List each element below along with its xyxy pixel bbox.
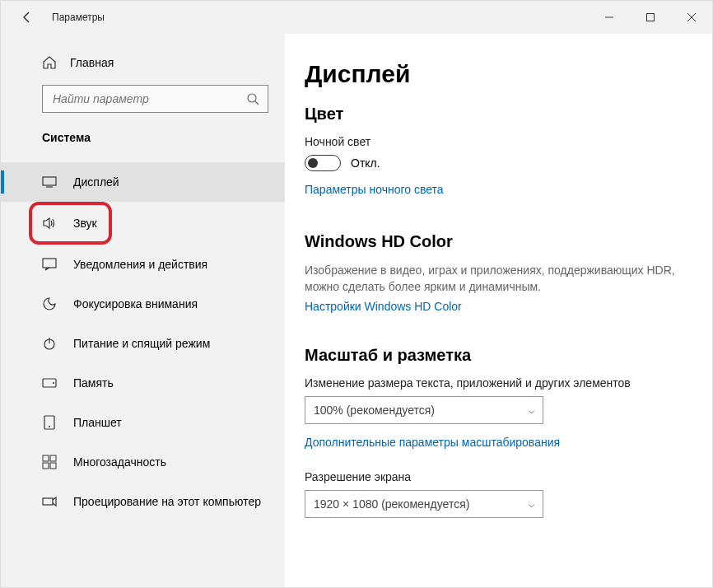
page-title: Дисплей xyxy=(305,60,687,88)
home-label: Главная xyxy=(70,56,114,69)
sidebar: Главная Система Дисплей xyxy=(1,34,285,587)
sidebar-item-label: Многозадачность xyxy=(73,455,166,469)
main-content: Дисплей Цвет Ночной свет Откл. Параметры… xyxy=(285,34,712,587)
search-input[interactable] xyxy=(51,91,246,106)
home-icon xyxy=(42,55,57,70)
scale-dropdown-value: 100% (рекомендуется) xyxy=(314,404,435,417)
close-button[interactable] xyxy=(671,1,712,34)
storage-icon xyxy=(42,376,57,390)
hdcolor-description: Изображение в видео, играх и приложениях… xyxy=(305,263,687,295)
svg-rect-16 xyxy=(50,463,56,469)
advanced-scaling-link[interactable]: Дополнительные параметры масштабирования xyxy=(305,436,560,449)
svg-line-3 xyxy=(255,101,259,105)
svg-rect-6 xyxy=(43,259,56,268)
sidebar-item-focus[interactable]: Фокусировка внимания xyxy=(1,284,285,324)
sidebar-item-label: Уведомления и действия xyxy=(73,258,207,271)
sidebar-item-storage[interactable]: Память xyxy=(1,363,285,403)
toggle-knob xyxy=(308,158,318,168)
svg-rect-4 xyxy=(43,177,56,185)
toggle-state-text: Откл. xyxy=(351,156,380,170)
sidebar-item-notifications[interactable]: Уведомления и действия xyxy=(1,245,285,284)
sidebar-item-label: Фокусировка внимания xyxy=(73,297,198,310)
back-button[interactable] xyxy=(14,4,40,30)
night-light-label: Ночной свет xyxy=(305,135,687,148)
notifications-icon xyxy=(42,257,57,272)
minimize-button[interactable] xyxy=(589,1,630,34)
home-link[interactable]: Главная xyxy=(1,49,285,77)
titlebar: Параметры xyxy=(1,1,712,34)
tablet-icon xyxy=(42,415,57,430)
project-icon xyxy=(42,494,57,509)
scale-label: Изменение размера текста, приложений и д… xyxy=(305,376,687,390)
sidebar-item-label: Память xyxy=(73,376,114,390)
search-icon xyxy=(246,92,259,105)
sidebar-item-label: Планшет xyxy=(73,416,122,429)
svg-point-12 xyxy=(49,426,50,427)
sidebar-item-project[interactable]: Проецирование на этот компьютер xyxy=(1,482,285,521)
window-title: Параметры xyxy=(52,12,105,23)
category-heading: Система xyxy=(1,113,285,154)
resolution-dropdown[interactable]: 1920 × 1080 (рекомендуется) ⌵ xyxy=(305,490,543,518)
svg-rect-17 xyxy=(43,498,53,505)
power-icon xyxy=(42,336,57,351)
sidebar-item-label: Звук xyxy=(73,217,97,230)
scale-dropdown[interactable]: 100% (рекомендуется) ⌵ xyxy=(305,396,543,424)
sidebar-item-power[interactable]: Питание и спящий режим xyxy=(1,324,285,363)
search-box[interactable] xyxy=(42,85,268,113)
maximize-button[interactable] xyxy=(630,1,671,34)
resolution-dropdown-value: 1920 × 1080 (рекомендуется) xyxy=(314,497,469,511)
svg-rect-15 xyxy=(43,463,49,469)
multitask-icon xyxy=(42,455,57,469)
sidebar-item-label: Дисплей xyxy=(73,175,119,189)
display-icon xyxy=(42,175,57,189)
svg-point-2 xyxy=(248,94,256,102)
sidebar-item-sound[interactable]: Звук xyxy=(29,202,112,245)
svg-rect-13 xyxy=(43,455,49,461)
svg-rect-14 xyxy=(50,455,56,461)
night-light-toggle[interactable] xyxy=(305,155,341,171)
sidebar-item-tablet[interactable]: Планшет xyxy=(1,403,285,442)
sound-icon xyxy=(42,216,57,231)
svg-point-10 xyxy=(53,382,54,384)
section-color-heading: Цвет xyxy=(305,105,687,124)
section-hdcolor-heading: Windows HD Color xyxy=(305,232,687,251)
svg-rect-1 xyxy=(647,14,655,21)
sidebar-item-label: Питание и спящий режим xyxy=(73,337,210,350)
sidebar-item-label: Проецирование на этот компьютер xyxy=(73,495,261,508)
section-scale-heading: Масштаб и разметка xyxy=(305,346,687,365)
sidebar-item-multitask[interactable]: Многозадачность xyxy=(1,442,285,482)
night-light-settings-link[interactable]: Параметры ночного света xyxy=(305,183,444,196)
sidebar-nav: Дисплей Звук Уведомления и действия xyxy=(1,162,285,521)
hdcolor-settings-link[interactable]: Настройки Windows HD Color xyxy=(305,300,462,313)
focus-icon xyxy=(42,296,57,311)
chevron-down-icon: ⌵ xyxy=(529,404,534,416)
sidebar-item-display[interactable]: Дисплей xyxy=(1,162,285,202)
chevron-down-icon: ⌵ xyxy=(529,498,534,510)
resolution-label: Разрешение экрана xyxy=(305,470,687,483)
